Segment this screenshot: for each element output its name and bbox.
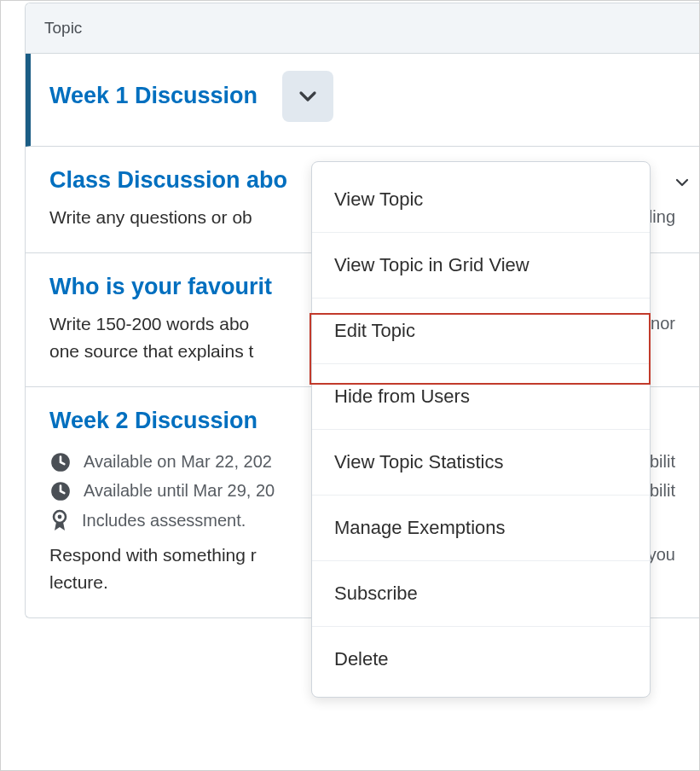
topic-context-menu: View Topic View Topic in Grid View Edit … xyxy=(311,161,651,698)
topic-title-link[interactable]: Who is your favourit xyxy=(49,274,272,300)
text-fragment: you xyxy=(648,542,675,568)
topic-actions-button[interactable] xyxy=(282,71,333,122)
menu-item-edit-topic[interactable]: Edit Topic xyxy=(312,299,650,364)
chevron-down-icon xyxy=(674,175,690,190)
menu-item-view-grid[interactable]: View Topic in Grid View xyxy=(312,233,650,299)
menu-item-exemptions[interactable]: Manage Exemptions xyxy=(312,496,650,561)
menu-item-subscribe[interactable]: Subscribe xyxy=(312,561,650,627)
topic-actions-button[interactable] xyxy=(670,171,694,194)
menu-item-hide-users[interactable]: Hide from Users xyxy=(312,364,650,430)
chevron-down-icon xyxy=(298,86,318,107)
svg-point-3 xyxy=(58,514,62,519)
topic-title-link[interactable]: Week 1 Discussion xyxy=(49,83,257,109)
topic-title-link[interactable]: Class Discussion abo xyxy=(49,167,287,194)
column-header-topic: Topic xyxy=(26,3,699,54)
menu-item-statistics[interactable]: View Topic Statistics xyxy=(312,430,650,496)
menu-item-delete[interactable]: Delete xyxy=(312,627,650,692)
menu-item-view-topic[interactable]: View Topic xyxy=(312,167,650,233)
topic-row: Week 1 Discussion xyxy=(26,54,699,147)
clock-icon xyxy=(49,451,72,473)
ribbon-icon xyxy=(49,509,70,533)
clock-icon xyxy=(49,480,72,502)
topic-title-link[interactable]: Week 2 Discussion xyxy=(49,408,257,434)
